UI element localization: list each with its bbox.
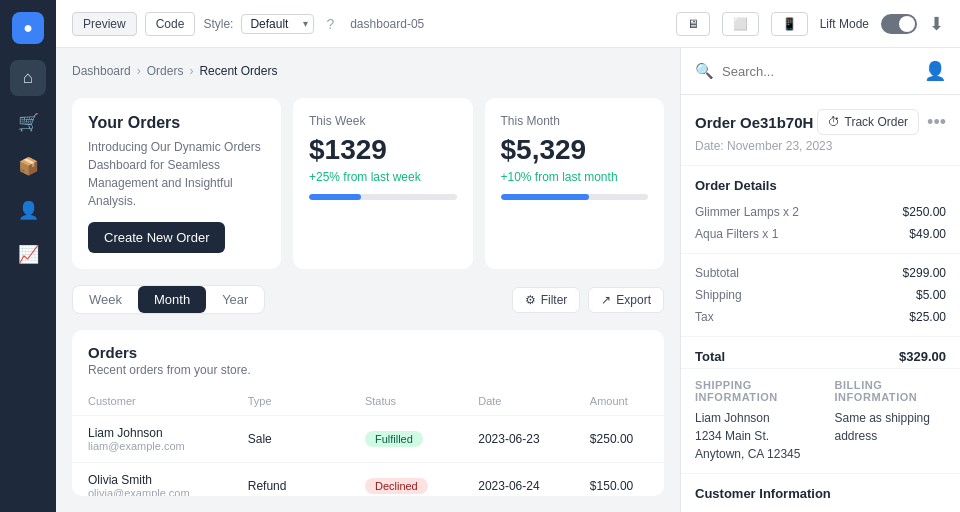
cell-amount-1: $150.00 [574,463,664,497]
detail-label-2: Aqua Filters x 1 [695,227,778,241]
shipping-info-text: Liam Johnson 1234 Main St. Anytown, CA 1… [695,409,807,463]
billing-info-col: Billing Information Same as shipping add… [821,369,961,473]
route-label: dashboard-05 [350,17,424,31]
download-icon[interactable]: ⬇ [929,13,944,35]
lift-mode-label: Lift Mode [820,17,869,31]
info-grid: Shipping Information Liam Johnson 1234 M… [681,369,960,473]
breadcrumb-dashboard[interactable]: Dashboard [72,64,131,78]
total-row: Total $329.00 [681,345,960,368]
detail-val-2: $49.00 [909,227,946,241]
detail-row-2: Aqua Filters x 1 $49.00 [681,223,960,245]
track-label: Track Order [845,115,909,129]
shipping-value: $5.00 [916,288,946,302]
orders-table: Customer Type Status Date Amount Liam Jo… [72,387,664,496]
cell-type-1: Refund [232,463,349,497]
filter-button[interactable]: ⚙ Filter [512,287,581,313]
sidebar-item-home[interactable]: ⌂ [10,60,46,96]
subtotal-value: $299.00 [903,266,946,280]
this-week-card: This Week $1329 +25% from last week [293,98,473,269]
code-tab[interactable]: Code [145,12,196,36]
export-button[interactable]: ↗ Export [588,287,664,313]
customer-email-1: olivia@example.com [88,487,216,496]
this-month-change: +10% from last month [501,170,649,184]
filter-label: Filter [541,293,568,307]
this-week-change: +25% from last week [309,170,457,184]
create-new-order-button[interactable]: Create New Order [88,222,225,253]
billing-info-text: Same as shipping address [835,409,947,445]
breadcrumb-orders[interactable]: Orders [147,64,184,78]
cell-type-0: Sale [232,416,349,463]
right-panel: 🔍 👤 Order Oe31b70H ⏱ Track Order ••• Dat… [680,48,960,512]
user-avatar-icon[interactable]: 👤 [924,60,946,82]
breadcrumb-sep-1: › [137,64,141,78]
lift-mode-toggle[interactable] [881,14,917,34]
mobile-view-btn[interactable]: 📱 [771,12,808,36]
sidebar-item-analytics[interactable]: 📈 [10,236,46,272]
cell-customer-0: Liam Johnson liam@example.com [72,416,232,463]
week-tab[interactable]: Week [73,286,138,313]
main-content: Dashboard › Orders › Recent Orders Your … [56,48,960,512]
sidebar-logo[interactable]: ● [12,12,44,44]
cards-row: Your Orders Introducing Our Dynamic Orde… [72,98,664,269]
tablet-view-btn[interactable]: ⬜ [722,12,759,36]
intro-title: Your Orders [88,114,265,132]
total-value: $329.00 [899,349,946,364]
billing-info-title: Billing Information [835,379,947,403]
col-type: Type [232,387,349,416]
track-icon: ⏱ [828,115,840,129]
detail-row-1: Glimmer Lamps x 2 $250.00 [681,201,960,223]
this-week-label: This Week [309,114,457,128]
this-week-bar-fill [309,194,361,200]
cell-status-0: Fulfilled [349,416,462,463]
style-select[interactable]: Default [241,14,314,34]
filter-icon: ⚙ [525,293,536,307]
customer-info-section: Customer Information Customer Liam Johns… [681,473,960,512]
this-week-bar [309,194,457,200]
col-customer: Customer [72,387,232,416]
orders-section: Orders Recent orders from your store. Cu… [72,330,664,496]
toggle-knob [899,16,915,32]
topbar-right: 🖥 ⬜ 📱 Lift Mode ⬇ [676,12,944,36]
order-date: Date: November 23, 2023 [681,139,960,166]
orders-header: Orders Recent orders from your store. [72,330,664,387]
breadcrumb-sep-2: › [189,64,193,78]
info-icon[interactable]: ? [326,16,334,32]
more-options-icon[interactable]: ••• [927,112,946,133]
shipping-label: Shipping [695,288,742,302]
sidebar-item-products[interactable]: 📦 [10,148,46,184]
shipping-info-col: Shipping Information Liam Johnson 1234 M… [681,369,821,473]
this-week-amount: $1329 [309,134,457,166]
customer-name-1: Olivia Smith [88,473,216,487]
order-id: Order Oe31b70H [695,114,813,131]
track-order-button[interactable]: ⏱ Track Order [817,109,920,135]
search-bar: 🔍 👤 [681,48,960,95]
cell-status-1: Declined [349,463,462,497]
month-tab[interactable]: Month [138,286,206,313]
table-row[interactable]: Liam Johnson liam@example.com Sale Fulfi… [72,416,664,463]
sidebar: ● ⌂ 🛒 📦 👤 📈 [0,0,56,512]
preview-tab[interactable]: Preview [72,12,137,36]
status-badge-0: Fulfilled [365,431,423,447]
col-date: Date [462,387,574,416]
desktop-view-btn[interactable]: 🖥 [676,12,710,36]
sidebar-item-orders[interactable]: 🛒 [10,104,46,140]
subtotal-row: Subtotal $299.00 [681,262,960,284]
sidebar-item-customers[interactable]: 👤 [10,192,46,228]
table-row[interactable]: Olivia Smith olivia@example.com Refund D… [72,463,664,497]
style-label: Style: [203,17,233,31]
left-panel: Dashboard › Orders › Recent Orders Your … [56,48,680,512]
this-month-bar [501,194,649,200]
order-id-row: Order Oe31b70H ⏱ Track Order ••• [681,95,960,139]
search-icon: 🔍 [695,62,714,80]
tax-label: Tax [695,310,714,324]
breadcrumb: Dashboard › Orders › Recent Orders [72,64,664,78]
this-month-card: This Month $5,329 +10% from last month [485,98,665,269]
tax-value: $25.00 [909,310,946,324]
search-input[interactable] [722,64,916,79]
breadcrumb-current: Recent Orders [199,64,277,78]
orders-title: Orders [88,344,648,361]
shipping-row: Shipping $5.00 [681,284,960,306]
export-label: Export [616,293,651,307]
year-tab[interactable]: Year [206,286,264,313]
info-section: Shipping Information Liam Johnson 1234 M… [681,368,960,473]
